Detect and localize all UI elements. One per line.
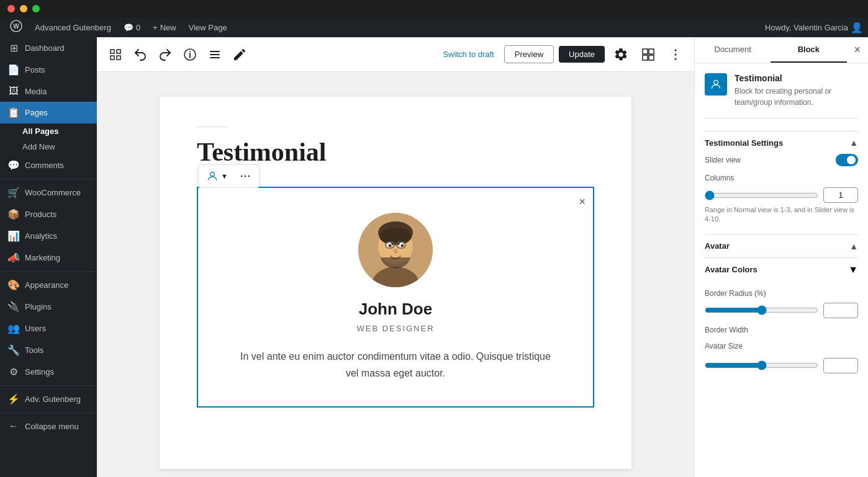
tools-button[interactable] xyxy=(228,43,251,66)
block-info-card: Testimonial Block for creating personal … xyxy=(705,73,858,118)
svg-rect-3 xyxy=(117,50,120,53)
advanced-gutenberg-label: Advanced Gutenberg xyxy=(35,23,111,32)
admin-bar-right: Howdy, Valentin Garcia 👤 xyxy=(765,22,863,33)
block-more-button[interactable] xyxy=(234,167,256,185)
testimonial-text[interactable]: In vel ante eu enim auctor condimentum v… xyxy=(240,348,551,381)
block-info-title: Testimonial xyxy=(735,73,858,83)
sidebar-plugins-label: Plugins xyxy=(25,302,52,311)
sidebar-products-label: Products xyxy=(25,210,57,219)
new-icon: + xyxy=(153,23,158,32)
editor-content[interactable]: Testimonial ▼ × xyxy=(97,72,694,477)
add-block-button[interactable] xyxy=(104,43,127,66)
sidebar-item-plugins[interactable]: 🔌 Plugins xyxy=(0,296,97,318)
border-width-label: Border Width xyxy=(705,326,858,334)
columns-input[interactable]: 1 xyxy=(823,187,858,203)
sidebar-item-media[interactable]: 🖼 Media xyxy=(0,81,97,102)
columns-slider[interactable] xyxy=(705,190,818,200)
pages-icon: 📋 xyxy=(7,107,20,118)
avatar-colors-row[interactable]: Avatar Colors ▼ xyxy=(705,257,858,282)
list-view-button[interactable] xyxy=(204,43,226,66)
slider-view-toggle[interactable] xyxy=(836,154,858,166)
sidebar-adv-gutenberg-label: Adv. Gutenberg xyxy=(25,395,81,404)
undo-button[interactable] xyxy=(129,43,151,66)
columns-hint: Range in Normal view is 1-3, and in Slid… xyxy=(705,205,858,225)
view-panel-button[interactable] xyxy=(637,43,659,66)
comments-icon: 💬 xyxy=(7,159,20,171)
avatar-size-slider[interactable] xyxy=(705,360,818,370)
sidebar-dashboard-label: Dashboard xyxy=(25,43,65,53)
tab-document[interactable]: Document xyxy=(695,37,771,63)
sidebar-item-tools[interactable]: 🔧 Tools xyxy=(0,339,97,361)
testimonial-role[interactable]: WEB DESIGNER xyxy=(217,324,574,333)
settings-panel-button[interactable] xyxy=(610,43,632,66)
sidebar-add-new[interactable]: Add New xyxy=(22,139,97,154)
more-options-button[interactable] xyxy=(664,43,687,66)
tab-block[interactable]: Block xyxy=(771,37,846,63)
svg-point-17 xyxy=(675,53,677,55)
block-type-button[interactable]: ▼ xyxy=(201,167,233,185)
avatar-colors-label: Avatar Colors xyxy=(705,265,757,274)
editor-canvas: Testimonial ▼ × xyxy=(160,97,631,469)
testimonial-settings-section: Testimonial Settings ▲ Slider view Colum… xyxy=(705,131,858,225)
sidebar-item-users[interactable]: 👥 Users xyxy=(0,318,97,339)
info-button[interactable] xyxy=(179,43,201,66)
sidebar-all-pages[interactable]: All Pages xyxy=(22,123,97,139)
sidebar-item-dashboard[interactable]: ⊞ Dashboard xyxy=(0,37,97,59)
panel-close-button[interactable]: × xyxy=(847,38,869,61)
sidebar-item-woocommerce[interactable]: 🛒 WooCommerce xyxy=(0,182,97,203)
svg-rect-4 xyxy=(111,56,114,60)
testimonial-settings-chevron-icon: ▲ xyxy=(849,138,858,148)
svg-point-19 xyxy=(210,172,215,176)
sidebar-item-pages[interactable]: 📋 Pages xyxy=(0,102,97,123)
block-icon xyxy=(705,73,727,96)
posts-icon: 📄 xyxy=(7,64,20,76)
maximize-button[interactable] xyxy=(32,5,40,12)
testimonial-settings-header[interactable]: Testimonial Settings ▲ xyxy=(705,131,858,154)
admin-bar-view-page[interactable]: View Page xyxy=(184,17,232,37)
svg-point-32 xyxy=(401,244,404,247)
sidebar-comments-label: Comments xyxy=(25,161,64,170)
sidebar-item-settings[interactable]: ⚙ Settings xyxy=(0,361,97,383)
page-title[interactable]: Testimonial xyxy=(197,137,594,167)
update-button[interactable]: Update xyxy=(559,46,605,63)
slider-view-label: Slider view xyxy=(705,156,741,164)
sidebar-collapse-menu[interactable]: ← Collapse menu xyxy=(0,416,97,437)
sidebar-item-analytics[interactable]: 📊 Analytics xyxy=(0,225,97,247)
border-radius-section: Border Radius (%) 50 xyxy=(705,289,858,318)
sidebar-item-appearance[interactable]: 🎨 Appearance xyxy=(0,274,97,296)
admin-bar-comments[interactable]: 💬 0 xyxy=(119,17,145,37)
collapse-label: Collapse menu xyxy=(25,422,79,431)
sidebar-woocommerce-label: WooCommerce xyxy=(25,188,81,197)
sidebar: ⊞ Dashboard 📄 Posts 🖼 Media 📋 Pages All … xyxy=(0,37,97,477)
close-button[interactable] xyxy=(7,5,15,12)
dashboard-icon: ⊞ xyxy=(7,42,20,54)
sidebar-item-marketing[interactable]: 📣 Marketing xyxy=(0,247,97,269)
admin-bar-new[interactable]: + New xyxy=(148,17,181,37)
minimize-button[interactable] xyxy=(20,5,27,12)
columns-row: 1 xyxy=(705,187,858,203)
wp-logo-icon[interactable]: W xyxy=(5,20,27,35)
testimonial-name[interactable]: John Doe xyxy=(217,300,574,319)
avatar-colors-chevron-icon: ▼ xyxy=(848,264,858,275)
sidebar-item-adv-gutenberg[interactable]: ⚡ Adv. Gutenberg xyxy=(0,388,97,410)
avatar-size-input[interactable]: 120 xyxy=(823,358,858,373)
avatar-header[interactable]: Avatar ▲ xyxy=(705,234,858,257)
svg-rect-12 xyxy=(643,49,648,54)
sidebar-item-products[interactable]: 📦 Products xyxy=(0,203,97,225)
admin-bar-advanced-gutenberg[interactable]: Advanced Gutenberg xyxy=(30,17,116,37)
border-radius-slider[interactable] xyxy=(705,305,818,315)
block-wrapper[interactable]: ▼ × xyxy=(197,187,594,408)
border-radius-input[interactable]: 50 xyxy=(823,303,858,318)
testimonial-close-icon[interactable]: × xyxy=(579,195,585,208)
avatar-size-label: Avatar Size xyxy=(705,342,858,350)
appearance-icon: 🎨 xyxy=(7,279,20,291)
preview-button[interactable]: Preview xyxy=(504,45,554,63)
redo-button[interactable] xyxy=(154,43,176,66)
sidebar-item-posts[interactable]: 📄 Posts xyxy=(0,59,97,81)
editor-toolbar: Switch to draft Preview Update xyxy=(97,37,694,72)
panel-tabs: Document Block × xyxy=(695,37,868,63)
slider-view-row: Slider view xyxy=(705,154,858,166)
switch-to-draft-button[interactable]: Switch to draft xyxy=(438,46,499,63)
columns-section: Columns 1 Range in Normal view is 1-3, a… xyxy=(705,174,858,225)
sidebar-item-comments[interactable]: 💬 Comments xyxy=(0,154,97,176)
